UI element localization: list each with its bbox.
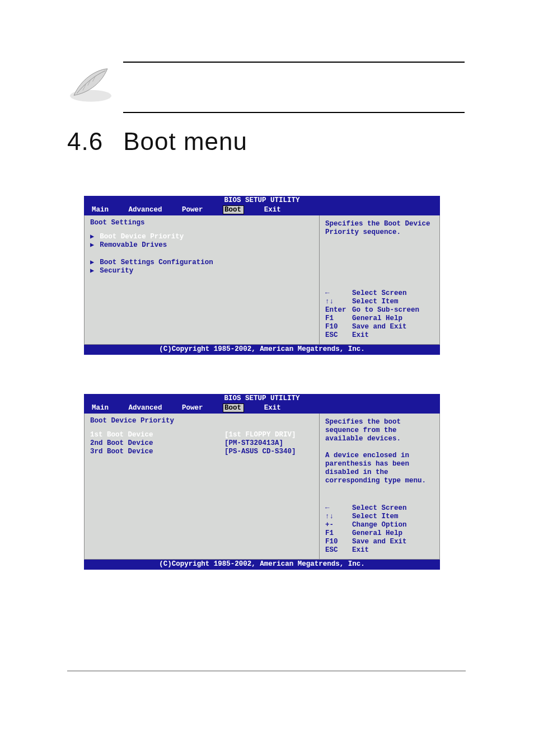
row-value: [PM-ST320413A] (224, 439, 283, 448)
arrow-left-icon: ← (325, 289, 349, 298)
key-desc: Select Screen (352, 504, 407, 513)
key-label: ESC (325, 546, 349, 555)
submenu-arrow-icon: ▶ (90, 259, 94, 267)
key-row: F1General Help (325, 314, 435, 323)
key-desc: Change Option (352, 521, 407, 529)
security-item[interactable]: ▶ Security (90, 267, 315, 275)
bios-copyright: (C)Copyright 1985-2002, American Megatre… (84, 560, 440, 570)
second-divider (123, 112, 465, 113)
row-label: 2nd Boot Device (90, 439, 224, 448)
submenu-arrow-icon: ▶ (90, 233, 94, 241)
top-divider (123, 62, 465, 63)
section-heading: 4.6 Boot menu (67, 128, 534, 156)
key-label: Enter (325, 306, 349, 314)
menu-tab-advanced[interactable]: Advanced (129, 206, 162, 214)
key-desc: Select Item (352, 513, 399, 521)
boot-device-priority-item[interactable]: ▶ Boot Device Priority (90, 233, 315, 241)
bios-top-menu: Main Advanced Power Boot Exit (84, 403, 440, 414)
arrows-up-down-icon: ↑↓ (325, 298, 349, 306)
key-desc: General Help (352, 529, 402, 538)
row-value: [1st FLOPPY DRIV] (224, 431, 296, 439)
menu-tab-advanced[interactable]: Advanced (129, 404, 162, 412)
key-desc: Exit (352, 546, 369, 555)
row-value: [PS-ASUS CD-S340] (224, 448, 296, 456)
bottom-divider (67, 670, 466, 672)
key-help: ←Select Screen ↑↓Select Item +-Change Op… (325, 504, 435, 555)
key-label: F10 (325, 538, 349, 546)
menu-tab-boot[interactable]: Boot (223, 205, 244, 214)
menu-tab-boot[interactable]: Boot (223, 403, 244, 412)
menu-tab-exit[interactable]: Exit (264, 206, 281, 214)
menu-tab-power[interactable]: Power (182, 404, 203, 412)
menu-tab-power[interactable]: Power (182, 206, 203, 214)
menu-tab-main[interactable]: Main (92, 206, 109, 214)
key-desc: Select Screen (352, 289, 407, 298)
key-row: ↑↓Select Item (325, 298, 435, 306)
key-help: ←Select Screen ↑↓Select Item EnterGo to … (325, 289, 435, 340)
row-label: 1st Boot Device (90, 431, 224, 439)
row-label: 3rd Boot Device (90, 448, 224, 456)
item-label: Security (100, 267, 133, 275)
key-label: F10 (325, 323, 349, 331)
menu-tab-exit[interactable]: Exit (264, 404, 281, 412)
item-label: Removable Drives (100, 241, 167, 250)
boot-settings-configuration-item[interactable]: ▶ Boot Settings Configuration (90, 259, 315, 267)
bios-copyright: (C)Copyright 1985-2002, American Megatre… (84, 345, 440, 355)
key-row: F10Save and Exit (325, 323, 435, 331)
key-row: ESCExit (325, 546, 435, 555)
help-panel-text: Specifies the Boot Device Priority seque… (325, 220, 435, 237)
key-desc: Save and Exit (352, 323, 407, 331)
menu-tab-main[interactable]: Main (92, 404, 109, 412)
key-row: +-Change Option (325, 521, 435, 529)
section-number: 4.6 (67, 128, 103, 156)
key-label: +- (325, 521, 349, 529)
key-row: ESCExit (325, 331, 435, 340)
bios-title-bar: BIOS SETUP UTILITY (84, 394, 440, 403)
third-boot-device-row[interactable]: 3rd Boot Device [PS-ASUS CD-S340] (90, 448, 315, 456)
bios-title-bar: BIOS SETUP UTILITY (84, 196, 440, 205)
boot-settings-label: Boot Settings (90, 219, 315, 227)
key-desc: Save and Exit (352, 538, 407, 546)
arrows-up-down-icon: ↑↓ (325, 513, 349, 521)
second-boot-device-row[interactable]: 2nd Boot Device [PM-ST320413A] (90, 439, 315, 448)
key-row: F1General Help (325, 529, 435, 538)
section-title: Boot menu (123, 128, 247, 156)
item-label: Boot Settings Configuration (100, 259, 213, 267)
first-boot-device-row[interactable]: 1st Boot Device [1st FLOPPY DRIV] (90, 431, 315, 439)
bios-screenshot-boot-settings: BIOS SETUP UTILITY Main Advanced Power B… (84, 196, 440, 355)
arrow-left-icon: ← (325, 504, 349, 513)
key-row: ←Select Screen (325, 504, 435, 513)
feather-icon (66, 64, 115, 107)
key-label: ESC (325, 331, 349, 340)
key-row: ↑↓Select Item (325, 513, 435, 521)
submenu-arrow-icon: ▶ (90, 267, 94, 275)
help-panel-text: Specifies the boot sequence from the ava… (325, 418, 435, 485)
key-desc: Select Item (352, 298, 399, 306)
bios-top-menu: Main Advanced Power Boot Exit (84, 205, 440, 215)
key-label: F1 (325, 529, 349, 538)
key-desc: General Help (352, 314, 402, 323)
submenu-arrow-icon: ▶ (90, 241, 94, 250)
key-desc: Exit (352, 331, 369, 340)
bios-screenshot-boot-device-priority: BIOS SETUP UTILITY Main Advanced Power B… (84, 394, 440, 570)
key-row: ←Select Screen (325, 289, 435, 298)
key-row: F10Save and Exit (325, 538, 435, 546)
key-desc: Go to Sub-screen (352, 306, 419, 314)
key-row: EnterGo to Sub-screen (325, 306, 435, 314)
boot-device-priority-label: Boot Device Priority (90, 417, 315, 425)
key-label: F1 (325, 314, 349, 323)
item-label: Boot Device Priority (100, 233, 184, 241)
removable-drives-item[interactable]: ▶ Removable Drives (90, 241, 315, 250)
